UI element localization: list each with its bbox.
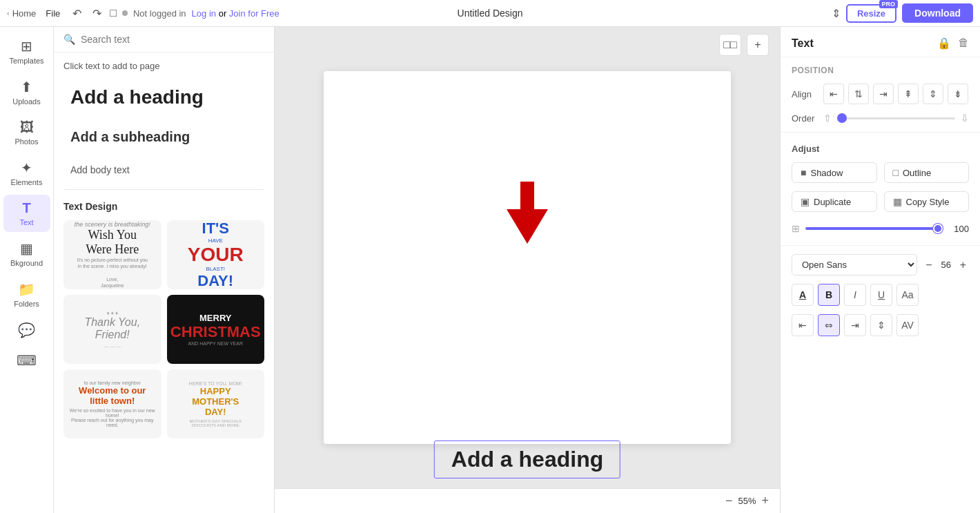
format-underline-a-button[interactable]: A [792, 284, 814, 306]
align-center-h-button[interactable]: ⇅ [848, 84, 869, 104]
sidebar-item-chat[interactable]: 💬 [3, 316, 50, 344]
redo-button[interactable]: ↷ [90, 4, 104, 23]
font-size-controls: − 56 + [923, 258, 969, 273]
right-panel: ‹ Text 🔒 🗑 Position Align ⇤ ⇅ ⇥ ⇞ ⇕ ⇟ Or… [780, 27, 980, 513]
panel-collapse-tab[interactable]: ‹ [780, 256, 781, 284]
design-card-its-your-day[interactable]: IT'S HAVE YOUR BLAST! DAY! [167, 220, 265, 289]
sidebar-item-folders[interactable]: 📁 Folders [3, 275, 50, 313]
icon-sidebar: ⊞ Templates ⬆ Uploads 🖼 Photos ✦ Element… [0, 27, 54, 513]
add-page-button[interactable]: + [747, 34, 769, 56]
opacity-slider[interactable] [805, 227, 943, 230]
sidebar-item-text[interactable]: T Text [3, 195, 50, 232]
outline-button[interactable]: □ Outline [884, 162, 970, 183]
topbar-right: ⇕ Resize PRO Download [537, 3, 973, 23]
format-aa-icon: Aa [901, 289, 913, 300]
align-bottom-button[interactable]: ⇟ [948, 84, 968, 104]
sidebar-item-uploads[interactable]: ⬆ Uploads [3, 73, 50, 111]
align-middle-button[interactable]: ⇕ [923, 84, 943, 104]
zoom-in-button[interactable]: + [761, 494, 769, 508]
format-b-icon: B [825, 289, 832, 300]
order-up-icon[interactable]: ⇧ [823, 113, 832, 124]
design-title[interactable]: Untitled Design [449, 8, 531, 19]
topbar: ‹ Home File ↶ ↷ □ Not logged in Log in o… [0, 0, 980, 27]
canvas-area: □□ + Add a heading − 55% + [275, 27, 780, 513]
canvas-toolbar: □□ + [719, 34, 769, 56]
undo-button[interactable]: ↶ [70, 4, 84, 23]
share-button[interactable]: ⇕ [832, 7, 841, 20]
duplicate-button[interactable]: ▣ Duplicate [792, 191, 877, 212]
design-card-thank-you[interactable]: ♦ ♦ ♦ Thank You, Friend! — — — [63, 295, 161, 364]
home-label: Home [12, 8, 37, 19]
sidebar-item-label-photos: Photos [14, 137, 38, 146]
text-align-center-button[interactable]: ⇔ [818, 314, 840, 336]
sidebar-item-photos[interactable]: 🖼 Photos [3, 114, 50, 151]
zoom-level[interactable]: 55% [738, 496, 756, 506]
opacity-value: 100 [948, 224, 969, 234]
text-av-button[interactable]: AV [896, 314, 919, 336]
text-align-right-button[interactable]: ⇥ [844, 314, 866, 336]
file-button[interactable]: File [41, 7, 64, 20]
sidebar-item-label-text: Text [19, 218, 33, 226]
click-hint: Click text to add to page [54, 52, 274, 75]
order-slider[interactable] [837, 117, 955, 119]
font-size-decrease-button[interactable]: − [923, 258, 934, 273]
duplicate-canvas-button[interactable]: □□ [719, 34, 741, 56]
uploads-icon: ⬆ [21, 79, 32, 95]
design-card-mothers-day[interactable]: HERE'S TO YOU, MOM! HAPPYMOTHER'SDAY! MO… [167, 369, 265, 438]
add-subheading-button[interactable]: Add a subheading [61, 122, 267, 152]
shadow-icon: ■ [801, 167, 806, 178]
resize-button[interactable]: Resize PRO [846, 4, 896, 23]
format-row: A B I U Aa [781, 280, 980, 310]
format-underline-button[interactable]: U [870, 284, 892, 306]
sidebar-item-label-templates: Templates [9, 57, 43, 65]
home-link[interactable]: ‹ Home [7, 8, 36, 19]
font-family-select[interactable]: Open Sans [792, 254, 917, 275]
canvas[interactable]: Add a heading [324, 71, 731, 444]
lock-icon[interactable]: 🔒 [937, 37, 951, 50]
copy-style-button[interactable]: ▦ Copy Style [884, 191, 970, 212]
design-card-merry-christmas[interactable]: MERRY CHRISTMAS AND HAPPY NEW YEAR [167, 295, 265, 364]
format-italic-button[interactable]: I [844, 284, 866, 306]
align-right-button[interactable]: ⇥ [873, 84, 894, 104]
order-down-icon[interactable]: ⇩ [961, 113, 969, 124]
format-bold-button[interactable]: B [818, 284, 840, 306]
font-size-increase-button[interactable]: + [957, 258, 969, 273]
sidebar-item-elements[interactable]: ✦ Elements [3, 154, 50, 192]
pro-badge: PRO [879, 0, 899, 8]
align-left-button[interactable]: ⇤ [823, 84, 844, 104]
text-align-left-button[interactable]: ⇤ [792, 314, 814, 336]
format-u-icon: U [878, 289, 885, 300]
zoom-out-button[interactable]: − [725, 494, 733, 508]
search-input[interactable] [81, 34, 264, 45]
delete-icon[interactable]: 🗑 [958, 37, 969, 50]
save-icon[interactable]: □ [110, 7, 117, 19]
shadow-button[interactable]: ■ Shadow [792, 162, 877, 183]
sidebar-item-label-elements: Elements [11, 178, 43, 186]
add-body-button[interactable]: Add body text [61, 157, 267, 182]
status-dot [122, 10, 128, 16]
download-button[interactable]: Download [902, 3, 973, 23]
font-row: Open Sans − 56 + [781, 250, 980, 280]
right-panel-header: Text 🔒 🗑 [781, 27, 980, 57]
sidebar-item-keyboard[interactable]: ⌨ [3, 347, 50, 374]
design-card-wish[interactable]: the scenery is breathtaking! Wish YouWer… [63, 220, 161, 289]
heading-element[interactable]: Add a heading [434, 441, 620, 478]
red-arrow-indicator [507, 182, 548, 246]
canvas-wrapper: Add a heading [275, 27, 780, 488]
text-line-spacing-button[interactable]: ⇕ [870, 314, 892, 336]
join-link[interactable]: Join for Free [229, 8, 280, 19]
search-bar: 🔍 [54, 27, 274, 52]
topbar-center: Untitled Design [449, 8, 531, 19]
duplicate-icon: ▣ [801, 196, 810, 207]
svg-marker-0 [507, 182, 548, 244]
design-card-welcome[interactable]: to our family new neighbor Welcome to ou… [63, 369, 161, 438]
add-heading-button[interactable]: Add a heading [61, 78, 267, 117]
align-top-button[interactable]: ⇞ [898, 84, 919, 104]
format-case-button[interactable]: Aa [896, 284, 919, 306]
copy-style-icon: ▦ [893, 196, 902, 207]
login-link[interactable]: Log in [192, 8, 216, 19]
sidebar-item-background[interactable]: ▦ Bkground [3, 235, 50, 273]
order-label: Order [792, 113, 819, 124]
sidebar-item-templates[interactable]: ⊞ Templates [3, 32, 50, 70]
align-text-row: ⇤ ⇔ ⇥ ⇕ AV [781, 310, 980, 340]
